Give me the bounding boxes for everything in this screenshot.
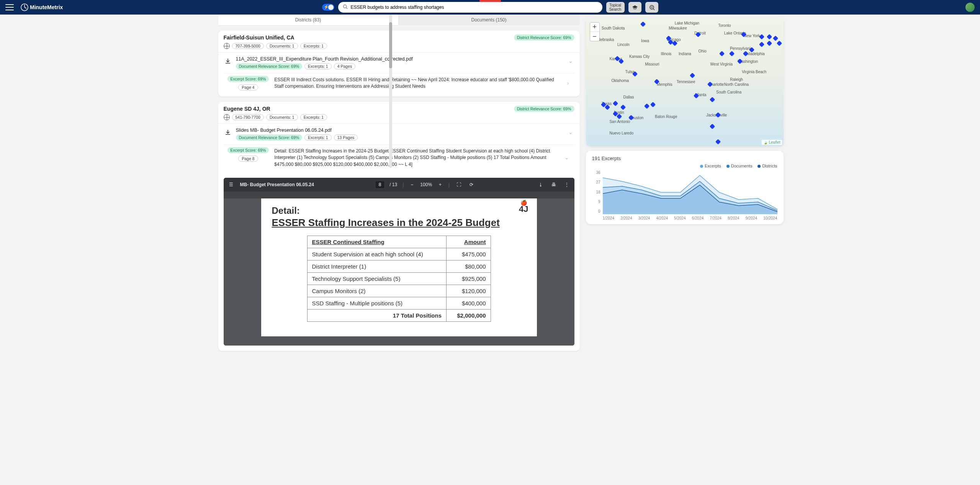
map-marker[interactable]	[710, 97, 715, 102]
settings-refresh-button[interactable]	[645, 2, 658, 13]
pdf-print-button[interactable]: 🖶	[550, 180, 558, 189]
pdf-menu-button[interactable]: ☰	[227, 180, 235, 189]
map-city-label: Lake Michigan	[675, 21, 699, 25]
download-button[interactable]	[224, 128, 232, 137]
pdf-more-button[interactable]: ⋮	[563, 180, 571, 189]
excerpt-page-badge: Page 8	[238, 156, 258, 162]
map-marker[interactable]	[690, 73, 695, 78]
tab-documents[interactable]: Documents (150)	[398, 15, 580, 25]
table-header-amount: Amount	[447, 236, 491, 248]
table-row: Technology Support Specialists (5)$925,0…	[307, 273, 491, 285]
pdf-toolbar: ☰ MB- Budget Presentation 06.05.24 / 13 …	[224, 178, 574, 192]
excerpts-chart-panel: 191 Excerpts Excerpts Documents District…	[586, 151, 784, 224]
district-phone: 541-790-7700	[232, 114, 264, 120]
table-header-item: ESSER Continued Staffing	[307, 236, 447, 248]
menu-button[interactable]	[5, 4, 14, 10]
map-city-label: Milwaukee	[669, 26, 687, 30]
map-city-label: Illinois	[661, 52, 672, 56]
education-button[interactable]	[628, 2, 641, 13]
map-marker[interactable]	[644, 103, 650, 109]
district-card: Fairfield-Suisun Unified, CA 707-399-500…	[218, 31, 580, 97]
map-city-label: Toronto	[718, 23, 731, 28]
map-marker[interactable]	[773, 36, 778, 41]
zoom-in-button[interactable]: +	[437, 180, 443, 189]
map-city-label: Raleigh	[730, 77, 743, 82]
brand-logo[interactable]: MinuteMetrix	[21, 3, 63, 11]
scrollbar-thumb[interactable]	[389, 22, 392, 68]
map-marker[interactable]	[767, 41, 772, 46]
globe-icon	[224, 43, 230, 49]
download-icon	[224, 129, 231, 136]
map-city-label: Baton Rouge	[655, 115, 677, 119]
district-title[interactable]: Eugene SD 4J, OR	[224, 106, 327, 112]
tab-districts[interactable]: Districts (83)	[218, 15, 398, 25]
map-panel[interactable]: + − South DakotaNebraskaLincolnIowaKansa…	[586, 18, 784, 146]
pdf-download-button[interactable]: ⭳	[537, 180, 545, 189]
chart-area: 36271890 1/20242/20243/20244/20245/20246…	[592, 170, 777, 220]
map-city-label: Indiana	[679, 52, 691, 56]
fit-page-button[interactable]: ⛶	[455, 180, 463, 189]
legend-documents[interactable]: Documents	[726, 164, 753, 168]
legend-districts[interactable]: Districts	[757, 164, 777, 168]
map-marker[interactable]	[710, 124, 715, 129]
leaflet-attribution[interactable]: 🍃 Leaflet	[762, 140, 782, 145]
download-button[interactable]	[224, 57, 232, 66]
chevron-down-icon[interactable]: ⌄	[563, 153, 571, 162]
search-bar[interactable]	[338, 2, 602, 13]
bolt-icon: ⚡	[324, 5, 329, 10]
globe-icon	[224, 114, 230, 120]
map-marker[interactable]	[777, 41, 782, 46]
map-marker[interactable]	[613, 101, 618, 106]
map-city-label: Lincoln	[617, 43, 630, 47]
legend-excerpts[interactable]: Excerpts	[700, 164, 721, 168]
chevron-right-icon[interactable]: ›	[566, 79, 571, 88]
excerpt-page-badge: Page 4	[238, 84, 258, 90]
result-tabs: Districts (83) Documents (150)	[218, 15, 580, 25]
map-city-label: Kansas City	[629, 54, 650, 59]
map-marker[interactable]	[650, 102, 656, 107]
rotate-button[interactable]: ⟳	[468, 180, 475, 189]
document-filename[interactable]: Slides MB- Budget Presentation 06.05.24.…	[236, 128, 563, 133]
x-axis: 1/20242/20243/20244/20245/20246/20247/20…	[603, 216, 777, 220]
table-row: SSD Staffing - Multiple positions (5)$40…	[307, 297, 491, 310]
table-row: Campus Monitors (2)$120,000	[307, 285, 491, 297]
map-city-label: Oklahoma	[612, 79, 629, 83]
search-mode-toggle[interactable]: ⚡	[322, 4, 334, 11]
map-city-label: North Carolina	[724, 82, 749, 87]
map-layer: South DakotaNebraskaLincolnIowaKansas Ci…	[586, 18, 784, 146]
map-marker[interactable]	[620, 105, 626, 110]
zoom-out-button[interactable]: −	[590, 32, 599, 41]
excerpt-score-badge: Excerpt Score: 69%	[227, 76, 269, 82]
district-4j-logo: 🍎 4J	[519, 202, 528, 214]
map-marker[interactable]	[715, 139, 721, 144]
search-input[interactable]	[351, 5, 598, 10]
zoom-in-button[interactable]: +	[590, 23, 599, 32]
excerpt-text: ESSER III Indirect Costs solutions. ESSE…	[274, 76, 560, 90]
map-marker[interactable]	[640, 21, 646, 27]
table-total-row: 17 Total Positions$2,000,000	[307, 310, 491, 322]
results-scrollbar[interactable]	[389, 15, 392, 168]
map-marker[interactable]	[759, 42, 764, 47]
svg-line-5	[653, 9, 654, 10]
map-marker[interactable]	[719, 51, 725, 56]
apple-icon: 🍎	[519, 202, 528, 204]
topical-search-button[interactable]: Topical Search	[606, 2, 625, 13]
document-excerpts-badge: Excerpts: 1	[304, 134, 332, 141]
table-row: Student Supervision at each high school …	[307, 248, 491, 261]
pdf-page-input[interactable]	[376, 181, 384, 188]
excerpt-text: Detail: ESSER Staffing Increases in the …	[274, 147, 557, 168]
district-relevance-badge: District Relevance Score: 69%	[514, 106, 574, 112]
map-city-label: Iowa	[641, 39, 649, 43]
map-marker[interactable]	[729, 51, 735, 56]
map-marker[interactable]	[767, 34, 772, 39]
document-filename[interactable]: 11A_2022_ESSER_III_Expenditure Plan_Four…	[236, 56, 563, 62]
district-relevance-badge: District Relevance Score: 69%	[514, 34, 574, 41]
map-city-label: Missouri	[645, 62, 659, 66]
zoom-out-button[interactable]: −	[409, 180, 415, 189]
chevron-down-icon[interactable]: ⌄	[567, 56, 574, 66]
y-axis: 36271890	[592, 170, 602, 213]
chevron-down-icon[interactable]: ⌄	[567, 128, 574, 137]
user-avatar[interactable]	[965, 3, 975, 12]
district-title[interactable]: Fairfield-Suisun Unified, CA	[224, 34, 327, 41]
district-doc-count: Documents: 1	[266, 114, 298, 120]
